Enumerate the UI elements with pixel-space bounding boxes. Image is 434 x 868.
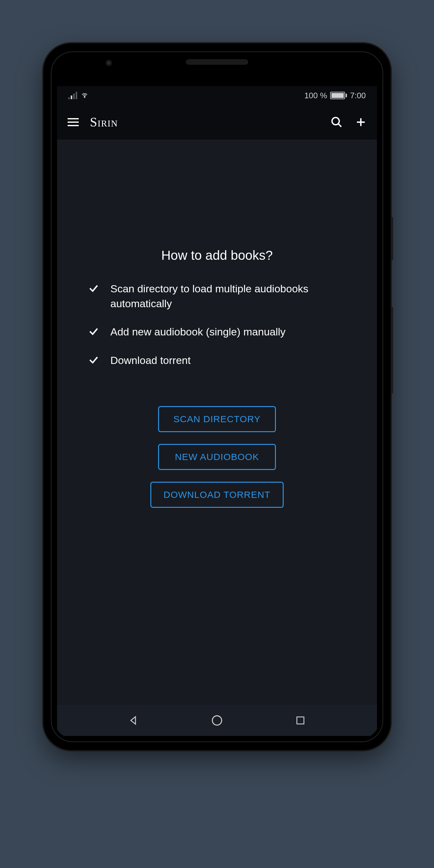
hamburger-icon	[68, 118, 79, 126]
svg-point-1	[332, 118, 339, 125]
help-item-scan: Scan directory to load multiple audioboo…	[88, 281, 346, 311]
new-audiobook-button[interactable]: NEW AUDIOBOOK	[158, 444, 276, 470]
phone-side-button-2	[391, 307, 393, 394]
clock-label: 7:00	[350, 91, 366, 100]
square-recent-icon	[295, 715, 306, 726]
app-title: Sirin	[90, 115, 320, 130]
status-bar: 100 % 7:00	[57, 86, 377, 105]
svg-line-2	[338, 124, 341, 127]
app-bar: Sirin	[57, 105, 377, 140]
help-item-add: Add new audiobook (single) manually	[88, 324, 346, 339]
help-list: Scan directory to load multiple audioboo…	[75, 281, 359, 381]
system-nav-bar	[57, 705, 377, 736]
screen: 100 % 7:00 Sirin	[57, 86, 377, 736]
download-torrent-button[interactable]: DOWNLOAD TORRENT	[150, 482, 284, 508]
main-content: How to add books? Scan directory to load…	[57, 140, 377, 705]
triangle-back-icon	[128, 715, 139, 726]
phone-speaker	[186, 60, 248, 64]
phone-frame: 100 % 7:00 Sirin	[43, 43, 391, 750]
action-buttons: SCAN DIRECTORY NEW AUDIOBOOK DOWNLOAD TO…	[150, 406, 284, 508]
back-button[interactable]	[127, 714, 141, 727]
battery-percent-label: 100 %	[304, 91, 328, 100]
help-text: Download torrent	[111, 353, 191, 368]
plus-icon	[355, 116, 367, 128]
help-text: Add new audiobook (single) manually	[111, 324, 285, 339]
help-item-download: Download torrent	[88, 353, 346, 368]
phone-side-button-1	[391, 217, 393, 260]
phone-camera	[105, 60, 112, 66]
wifi-icon	[80, 92, 89, 99]
add-button[interactable]	[353, 115, 368, 130]
check-icon	[88, 326, 99, 337]
svg-rect-7	[297, 717, 304, 724]
check-icon	[88, 283, 99, 294]
scan-directory-button[interactable]: SCAN DIRECTORY	[158, 406, 276, 432]
cellular-signal-icon	[68, 92, 77, 99]
svg-marker-5	[131, 717, 135, 724]
search-icon	[331, 116, 343, 128]
home-button[interactable]	[210, 714, 224, 727]
check-icon	[88, 354, 99, 366]
circle-home-icon	[211, 714, 223, 726]
page-heading: How to add books?	[161, 248, 273, 263]
recent-apps-button[interactable]	[293, 714, 307, 727]
search-button[interactable]	[329, 115, 344, 130]
battery-icon	[330, 92, 347, 99]
svg-point-0	[84, 97, 85, 98]
menu-button[interactable]	[66, 115, 81, 130]
svg-point-6	[212, 716, 222, 725]
help-text: Scan directory to load multiple audioboo…	[111, 281, 346, 311]
